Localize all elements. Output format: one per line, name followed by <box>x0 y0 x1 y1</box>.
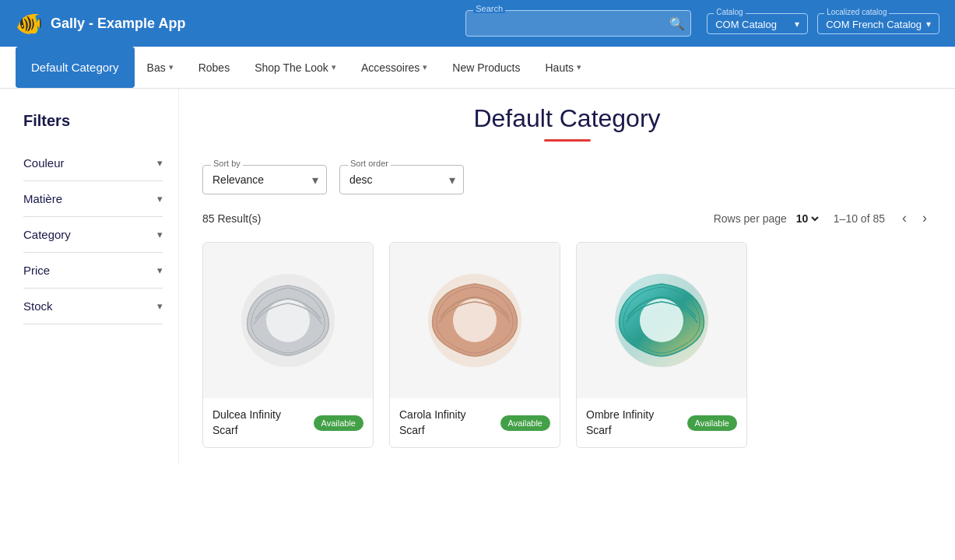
localized-catalog-dropdown[interactable]: Localized catalog COM French Catalog ▾ <box>817 13 939 34</box>
product-info: Ombre Infinity Scarf Available <box>577 398 746 447</box>
product-grid: Dulcea Infinity Scarf Available <box>202 242 932 448</box>
localized-catalog-value-container: COM French Catalog ▾ <box>826 17 931 30</box>
results-label: Result(s) <box>217 212 261 225</box>
filter-stock-label: Stock <box>23 299 53 313</box>
product-card[interactable]: Dulcea Infinity Scarf Available <box>202 242 374 448</box>
scarf-image-dulcea <box>226 258 350 383</box>
nav-item-bas[interactable]: Bas ▾ <box>135 47 186 88</box>
shop-the-look-chevron-icon: ▾ <box>332 62 336 72</box>
svg-point-1 <box>266 299 310 342</box>
next-page-button[interactable]: › <box>918 207 932 229</box>
nav-item-new-products[interactable]: New Products <box>440 47 532 88</box>
nav-item-default-category[interactable]: Default Category <box>16 47 135 88</box>
results-number: 85 <box>202 212 215 225</box>
sort-order-wrapper: Sort order desc asc ▾ <box>339 165 464 194</box>
product-name: Carola Infinity Scarf <box>399 408 494 438</box>
catalog-dropdown[interactable]: Catalog COM Catalog ▾ <box>707 13 808 34</box>
stock-chevron-icon: ▾ <box>157 300 163 312</box>
accessoires-chevron-icon: ▾ <box>423 62 427 72</box>
sort-by-label: Sort by <box>211 159 243 168</box>
product-card[interactable]: Carola Infinity Scarf Available <box>389 242 560 448</box>
nav-item-shop-the-look[interactable]: Shop The Look ▾ <box>242 47 349 88</box>
available-badge: Available <box>500 415 550 431</box>
nav-label-robes: Robes <box>198 61 230 74</box>
bas-chevron-icon: ▾ <box>169 62 174 72</box>
scarf-image-ombre <box>599 258 724 383</box>
filter-category-label: Category <box>23 228 71 241</box>
header-dropdowns: Catalog COM Catalog ▾ Localized catalog … <box>707 13 939 34</box>
filter-price[interactable]: Price ▾ <box>23 253 163 289</box>
localized-catalog-label: Localized catalog <box>824 8 889 16</box>
localized-catalog-chevron-icon: ▾ <box>926 19 931 30</box>
search-icon: 🔍 <box>669 17 685 30</box>
search-input[interactable] <box>465 10 691 37</box>
page-range: 1–10 of 85 <box>834 212 885 225</box>
filters-title: Filters <box>23 112 163 130</box>
nav-item-accessoires[interactable]: Accessoires ▾ <box>349 47 440 88</box>
product-image <box>577 243 746 398</box>
main-content: Filters Couleur ▾ Matière ▾ Category ▾ P… <box>0 89 955 464</box>
main-nav: Default Category Bas ▾ Robes Shop The Lo… <box>0 47 955 89</box>
nav-active-label: Default Category <box>31 61 119 74</box>
app-header: 🐠 Gally - Example App Search 🔍 Catalog C… <box>0 0 955 47</box>
search-button[interactable]: 🔍 <box>669 16 685 31</box>
product-image <box>203 243 373 398</box>
sidebar: Filters Couleur ▾ Matière ▾ Category ▾ P… <box>0 89 179 464</box>
product-card[interactable]: Ombre Infinity Scarf Available <box>576 242 747 448</box>
page-title-container: Default Category <box>202 104 932 142</box>
product-name: Ombre Infinity Scarf <box>586 408 681 438</box>
nav-item-hauts[interactable]: Hauts ▾ <box>533 47 595 88</box>
catalog-chevron-icon: ▾ <box>795 19 799 30</box>
search-container: Search 🔍 <box>465 10 691 37</box>
filter-category[interactable]: Category ▾ <box>23 217 163 253</box>
available-badge: Available <box>687 415 737 431</box>
sort-by-wrapper: Sort by Relevance Price Name ▾ <box>202 165 327 194</box>
search-label: Search <box>473 4 505 13</box>
product-info: Carola Infinity Scarf Available <box>390 398 560 447</box>
filter-matiere[interactable]: Matière ▾ <box>23 181 163 217</box>
matiere-chevron-icon: ▾ <box>157 193 163 205</box>
filter-stock[interactable]: Stock ▾ <box>23 289 163 324</box>
rows-per-page-select[interactable]: 10 20 50 <box>793 212 821 226</box>
results-count: 85 Result(s) <box>202 212 261 225</box>
nav-label-accessoires: Accessoires <box>361 61 420 74</box>
price-chevron-icon: ▾ <box>157 264 163 276</box>
product-info: Dulcea Infinity Scarf Available <box>203 398 373 447</box>
product-name: Dulcea Infinity Scarf <box>212 408 307 438</box>
prev-page-icon: ‹ <box>902 210 907 226</box>
nav-label-hauts: Hauts <box>546 61 574 74</box>
logo-icon: 🐠 <box>16 11 43 37</box>
results-bar: 85 Result(s) Rows per page 10 20 50 1–10… <box>202 207 932 229</box>
app-name: Gally - Example App <box>51 16 185 32</box>
localized-catalog-value: COM French Catalog <box>826 19 922 30</box>
sort-order-label: Sort order <box>348 159 391 168</box>
product-content: Default Category Sort by Relevance Price… <box>179 89 955 464</box>
logo-area: 🐠 Gally - Example App <box>16 11 185 37</box>
sort-by-select[interactable]: Relevance Price Name <box>203 166 326 194</box>
pagination-controls: Rows per page 10 20 50 1–10 of 85 ‹ › <box>714 207 932 229</box>
sort-controls: Sort by Relevance Price Name ▾ Sort orde… <box>202 165 932 194</box>
nav-label-bas: Bas <box>147 61 166 74</box>
couleur-chevron-icon: ▾ <box>157 157 163 169</box>
nav-label-new-products: New Products <box>452 61 520 74</box>
nav-item-robes[interactable]: Robes <box>186 47 242 88</box>
page-title: Default Category <box>202 104 932 133</box>
catalog-value: COM Catalog <box>715 19 777 30</box>
available-badge: Available <box>314 415 363 431</box>
nav-label-shop-the-look: Shop The Look <box>255 61 328 74</box>
sort-order-select[interactable]: desc asc <box>340 166 463 194</box>
category-chevron-icon: ▾ <box>157 229 163 240</box>
prev-page-button[interactable]: ‹ <box>897 207 911 229</box>
filter-matiere-label: Matière <box>23 192 62 205</box>
catalog-label: Catalog <box>714 8 745 16</box>
page-title-underline <box>544 139 591 142</box>
next-page-icon: › <box>922 210 927 226</box>
hauts-chevron-icon: ▾ <box>577 62 581 72</box>
rows-per-page-label: Rows per page <box>714 212 787 225</box>
scarf-image-carola <box>413 258 537 383</box>
filter-couleur-label: Couleur <box>23 156 65 170</box>
catalog-value-container: COM Catalog ▾ <box>715 17 799 30</box>
filter-couleur[interactable]: Couleur ▾ <box>23 145 163 181</box>
filter-price-label: Price <box>23 264 50 277</box>
product-image <box>390 243 560 398</box>
